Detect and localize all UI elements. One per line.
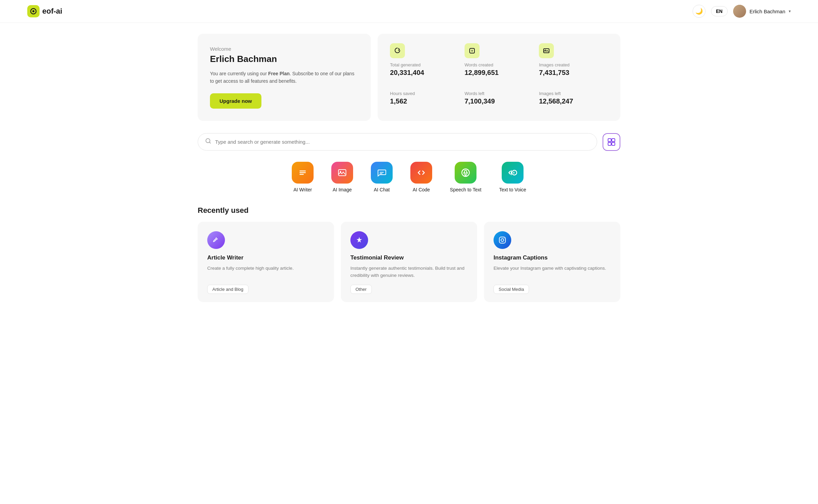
- search-bar[interactable]: [198, 133, 597, 151]
- stat-value-images: 7,431,753: [539, 69, 608, 77]
- search-input[interactable]: [215, 139, 590, 145]
- tool-ai-code[interactable]: AI Code: [410, 162, 432, 192]
- instagram-tag: Social Media: [494, 285, 529, 294]
- ai-code-icon: [410, 162, 432, 184]
- article-writer-card-icon: [207, 231, 225, 249]
- grid-icon: [607, 138, 616, 146]
- text-to-voice-label: Text to Voice: [499, 187, 526, 192]
- ai-writer-icon: [292, 162, 314, 184]
- stat-images-created: Images created 7,431,753: [539, 43, 608, 77]
- article-writer-tag: Article and Blog: [207, 285, 248, 294]
- avatar: [733, 5, 746, 18]
- stat-value-words-left: 7,100,349: [465, 97, 534, 105]
- testimonial-desc: Instantly generate authentic testimonial…: [350, 265, 468, 279]
- svg-rect-17: [499, 237, 505, 243]
- instagram-desc: Elevate your Instagram game with captiva…: [494, 265, 611, 279]
- stat-total-generated: Total generated 20,331,404: [390, 43, 459, 77]
- stat-images-left: Images left 12,568,247: [539, 91, 608, 105]
- article-writer-title: Article Writer: [207, 254, 324, 261]
- stat-label-hours: Hours saved: [390, 91, 459, 96]
- stat-label-total: Total generated: [390, 62, 459, 67]
- welcome-label: Welcome: [210, 46, 359, 52]
- ai-image-icon: [331, 162, 353, 184]
- testimonial-title: Testimonial Review: [350, 254, 468, 261]
- ai-image-label: AI Image: [333, 187, 352, 192]
- stat-value-hours: 1,562: [390, 97, 459, 105]
- stat-value-images-left: 12,568,247: [539, 97, 608, 105]
- stat-label-images-left: Images left: [539, 91, 608, 96]
- moon-icon: 🌙: [695, 7, 703, 15]
- tools-row: AI Writer AI Image AI Chat AI Code: [198, 162, 620, 192]
- stat-icon-total: [390, 43, 405, 58]
- avatar-image: [733, 5, 746, 18]
- user-menu[interactable]: Erlich Bachman ▾: [733, 5, 791, 18]
- tool-speech-to-text[interactable]: Speech to Text: [450, 162, 481, 192]
- ai-writer-label: AI Writer: [293, 187, 312, 192]
- text-to-voice-icon: [502, 162, 524, 184]
- stat-hours-saved: Hours saved 1,562: [390, 91, 459, 105]
- welcome-plan: Free Plan: [268, 71, 290, 76]
- stat-icon-words: T: [465, 43, 480, 58]
- grid-view-button[interactable]: [603, 133, 620, 151]
- header-actions: 🌙 EN Erlich Bachman ▾: [693, 5, 791, 18]
- tool-ai-chat[interactable]: AI Chat: [371, 162, 393, 192]
- svg-rect-10: [608, 142, 611, 145]
- user-name: Erlich Bachman: [749, 9, 785, 14]
- svg-point-2: [32, 10, 34, 12]
- tool-text-to-voice[interactable]: Text to Voice: [499, 162, 526, 192]
- logo-text: eof-ai: [42, 7, 62, 16]
- search-section: [198, 133, 620, 151]
- stat-words-left: Words left 7,100,349: [465, 91, 534, 105]
- svg-point-18: [501, 239, 504, 241]
- svg-point-19: [504, 238, 505, 238]
- svg-rect-11: [612, 142, 615, 145]
- tool-ai-image[interactable]: AI Image: [331, 162, 353, 192]
- language-button[interactable]: EN: [711, 6, 728, 16]
- testimonial-tag: Other: [350, 285, 372, 294]
- speech-to-text-icon: [455, 162, 476, 184]
- ai-code-label: AI Code: [413, 187, 430, 192]
- speech-to-text-label: Speech to Text: [450, 187, 481, 192]
- chevron-down-icon: ▾: [789, 9, 791, 14]
- stat-value-words: 12,899,651: [465, 69, 534, 77]
- logo[interactable]: eof-ai: [27, 5, 62, 17]
- instagram-title: Instagram Captions: [494, 254, 611, 261]
- stat-value-total: 20,331,404: [390, 69, 459, 77]
- svg-rect-9: [612, 139, 615, 142]
- search-icon: [205, 138, 212, 146]
- recently-used-section: Recently used Article Writer Create a fu…: [198, 206, 620, 302]
- svg-rect-8: [608, 139, 611, 142]
- article-writer-card[interactable]: Article Writer Create a fully complete h…: [198, 222, 334, 302]
- stat-icon-images: [539, 43, 554, 58]
- upgrade-button[interactable]: Upgrade now: [210, 93, 261, 109]
- article-writer-desc: Create a fully complete high quality art…: [207, 265, 324, 279]
- testimonial-card-icon: [350, 231, 368, 249]
- ai-chat-label: AI Chat: [374, 187, 390, 192]
- stats-card: Total generated 20,331,404 T Words creat…: [378, 34, 620, 121]
- logo-icon: [27, 5, 40, 17]
- welcome-description: You are currently using our Free Plan. S…: [210, 70, 359, 85]
- recently-used-cards: Article Writer Create a fully complete h…: [198, 222, 620, 302]
- recently-used-title: Recently used: [198, 206, 620, 215]
- stat-label-words-left: Words left: [465, 91, 534, 96]
- welcome-desc-normal: You are currently using our: [210, 71, 268, 76]
- tool-ai-writer[interactable]: AI Writer: [292, 162, 314, 192]
- stat-label-words: Words created: [465, 62, 534, 67]
- stat-label-images: Images created: [539, 62, 608, 67]
- stat-words-created: T Words created 12,899,651: [465, 43, 534, 77]
- main-content: Welcome Erlich Bachman You are currently…: [170, 23, 648, 313]
- instagram-captions-card[interactable]: Instagram Captions Elevate your Instagra…: [484, 222, 620, 302]
- ai-chat-icon: [371, 162, 393, 184]
- top-row: Welcome Erlich Bachman You are currently…: [198, 34, 620, 121]
- svg-rect-15: [465, 170, 467, 173]
- theme-toggle-button[interactable]: 🌙: [693, 5, 706, 18]
- header: eof-ai 🌙 EN Erlich Bachman ▾: [0, 0, 818, 23]
- instagram-card-icon: [494, 231, 511, 249]
- svg-rect-12: [338, 170, 346, 176]
- svg-text:T: T: [471, 49, 473, 53]
- testimonial-review-card[interactable]: Testimonial Review Instantly generate au…: [341, 222, 477, 302]
- welcome-name: Erlich Bachman: [210, 54, 359, 64]
- welcome-card: Welcome Erlich Bachman You are currently…: [198, 34, 371, 121]
